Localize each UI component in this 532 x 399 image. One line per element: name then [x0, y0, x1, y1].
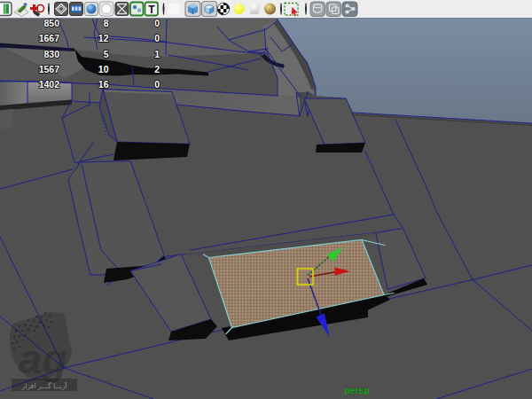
- svg-text:persp: persp: [344, 385, 370, 395]
- svg-text:2: 2: [154, 64, 160, 74]
- svg-text:16: 16: [98, 79, 109, 90]
- svg-text:5: 5: [104, 49, 109, 59]
- svg-text:1: 1: [154, 49, 160, 59]
- svg-text:1667: 1667: [39, 33, 60, 43]
- svg-text:850: 850: [43, 18, 59, 28]
- svg-text:0: 0: [154, 79, 160, 90]
- svg-text:T: T: [148, 4, 155, 16]
- svg-text:12: 12: [98, 33, 109, 43]
- svg-text:ag: ag: [19, 335, 67, 382]
- svg-text:1402: 1402: [39, 79, 60, 90]
- svg-text:8: 8: [104, 18, 109, 28]
- svg-text:1567: 1567: [39, 64, 60, 74]
- svg-text:10: 10: [98, 64, 109, 74]
- svg-text:0: 0: [154, 33, 160, 43]
- svg-text:0: 0: [154, 18, 160, 28]
- svg-text:آرﺑــﺎ ﮔـــر اﻓزار: آرﺑــﺎ ﮔـــر اﻓزار: [20, 381, 67, 390]
- svg-text:830: 830: [43, 49, 59, 59]
